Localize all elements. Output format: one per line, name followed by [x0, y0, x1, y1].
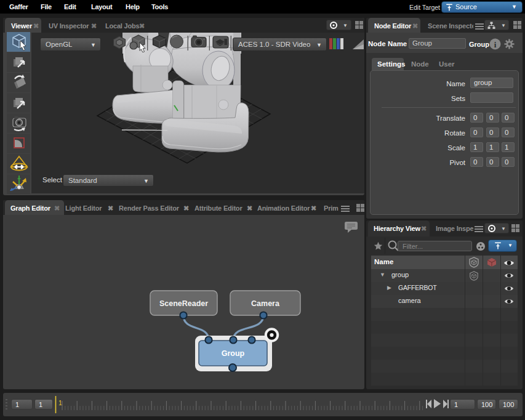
svg-text:i: i — [494, 40, 497, 49]
svg-text:1: 1 — [58, 399, 62, 406]
svg-text:SceneReader: SceneReader — [159, 299, 208, 308]
svg-text:Group: Group — [222, 349, 245, 358]
svg-text:Camera: Camera — [251, 299, 280, 308]
